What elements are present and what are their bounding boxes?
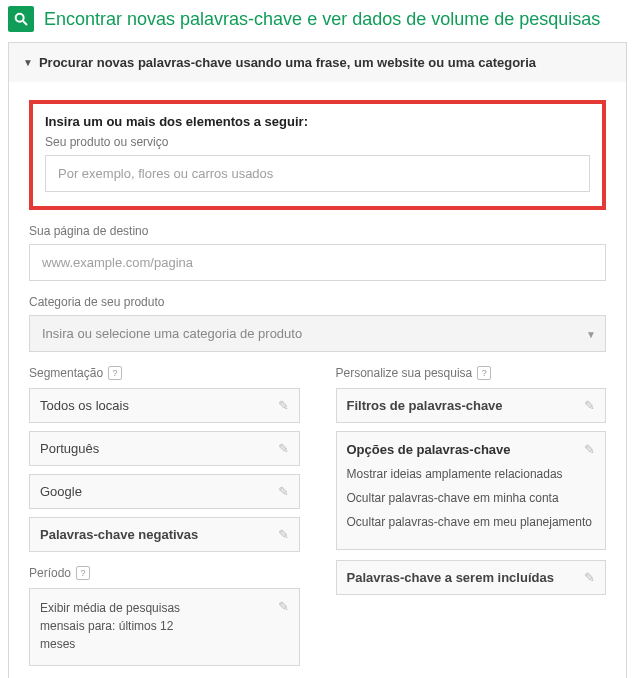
landing-label: Sua página de destino <box>29 224 606 238</box>
highlight-box: Insira um ou mais dos elementos a seguir… <box>29 100 606 210</box>
caret-down-icon: ▼ <box>23 57 33 68</box>
targeting-label: Segmentação ? <box>29 366 300 380</box>
keyword-options-box[interactable]: Opções de palavras-chave ✎ Mostrar ideia… <box>336 431 607 550</box>
svg-point-0 <box>16 14 24 22</box>
targeting-location[interactable]: Todos os locais ✎ <box>29 388 300 423</box>
help-icon[interactable]: ? <box>477 366 491 380</box>
targeting-network[interactable]: Google ✎ <box>29 474 300 509</box>
product-label: Seu produto ou serviço <box>45 135 590 149</box>
left-column: Segmentação ? Todos os locais ✎ Portuguê… <box>29 366 300 666</box>
pencil-icon: ✎ <box>278 527 289 542</box>
svg-line-1 <box>23 21 27 25</box>
pencil-icon: ✎ <box>278 484 289 499</box>
targeting-language[interactable]: Português ✎ <box>29 431 300 466</box>
pencil-icon: ✎ <box>278 441 289 456</box>
panel-title: Procurar novas palavras-chave usando uma… <box>39 55 536 70</box>
page-title: Encontrar novas palavras-chave e ver dad… <box>44 9 600 30</box>
period-label: Período ? <box>29 566 300 580</box>
pencil-icon: ✎ <box>278 398 289 413</box>
page-header: Encontrar novas palavras-chave e ver dad… <box>0 0 635 42</box>
category-group: Categoria de seu produto Insira ou selec… <box>29 295 606 352</box>
include-chip[interactable]: Palavras-chave a serem incluídas ✎ <box>336 560 607 595</box>
category-label: Categoria de seu produto <box>29 295 606 309</box>
customize-label: Personalize sua pesquisa ? <box>336 366 607 380</box>
help-icon[interactable]: ? <box>76 566 90 580</box>
chevron-down-icon: ▼ <box>586 328 596 339</box>
pencil-icon: ✎ <box>584 442 595 457</box>
options-list: Mostrar ideias amplamente relacionadas O… <box>347 465 596 531</box>
help-icon[interactable]: ? <box>108 366 122 380</box>
category-select[interactable]: Insira ou selecione uma categoria de pro… <box>29 315 606 352</box>
right-column: Personalize sua pesquisa ? Filtros de pa… <box>336 366 607 666</box>
pencil-icon: ✎ <box>278 599 289 614</box>
pencil-icon: ✎ <box>584 570 595 585</box>
targeting-negative[interactable]: Palavras-chave negativas ✎ <box>29 517 300 552</box>
search-icon <box>8 6 34 32</box>
pencil-icon: ✎ <box>584 398 595 413</box>
main-panel: ▼ Procurar novas palavras-chave usando u… <box>8 42 627 678</box>
landing-group: Sua página de destino <box>29 224 606 281</box>
period-box[interactable]: Exibir média de pesquisas mensais para: … <box>29 588 300 666</box>
panel-body: Insira um ou mais dos elementos a seguir… <box>9 82 626 678</box>
filters-chip[interactable]: Filtros de palavras-chave ✎ <box>336 388 607 423</box>
highlight-title: Insira um ou mais dos elementos a seguir… <box>45 114 590 129</box>
product-input[interactable] <box>45 155 590 192</box>
columns: Segmentação ? Todos os locais ✎ Portuguê… <box>29 366 606 666</box>
panel-toggle[interactable]: ▼ Procurar novas palavras-chave usando u… <box>9 43 626 82</box>
landing-input[interactable] <box>29 244 606 281</box>
